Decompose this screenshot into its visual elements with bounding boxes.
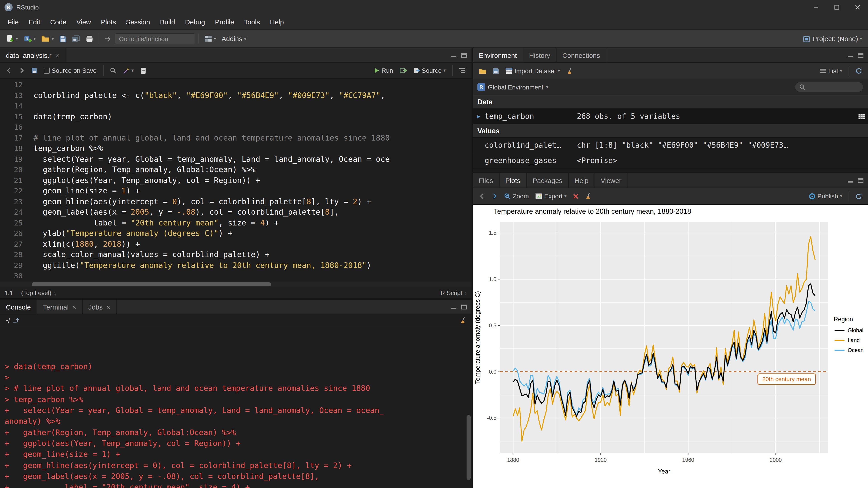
project-cube-icon [803,35,811,42]
tab-help[interactable]: Help [569,173,595,188]
list-view-button[interactable]: List ▾ [817,64,844,77]
console-scrollbar[interactable] [467,415,471,480]
zoom-magnifier-icon [504,193,511,199]
hscroll-thumb[interactable] [32,283,271,286]
refresh-plot-button[interactable] [853,190,864,202]
maximize-pane-icon[interactable] [858,178,864,183]
tab-terminal[interactable]: Terminal× [37,300,83,314]
previous-plot-button[interactable] [476,190,487,202]
publish-button[interactable]: Publish ▾ [807,190,844,202]
expand-arrow-icon[interactable]: ▶ [473,113,485,119]
maximize-pane-icon[interactable] [461,304,467,309]
source-button[interactable]: Source ▾ [411,64,448,77]
minimize-button[interactable] [806,0,827,14]
editor[interactable]: 12131415161718192021222324252627282930 c… [0,78,471,282]
magic-wand-icon [123,67,129,74]
menu-item-edit[interactable]: Edit [24,14,45,30]
find-replace-button[interactable] [107,64,119,77]
run-button[interactable]: Run [372,64,395,77]
tab-viewer[interactable]: Viewer [595,173,628,188]
refresh-button[interactable] [853,64,864,77]
compile-report-button[interactable] [138,64,149,77]
environment-search-input[interactable] [808,84,858,90]
import-dataset-button[interactable]: Import Dataset ▾ [503,64,562,77]
env-row-greenhouse-gases[interactable]: greenhouse_gases<Promise> [473,153,868,168]
tab-data-analysis-r[interactable]: data_analysis.r× [0,48,65,62]
tab-history[interactable]: History [523,48,556,62]
tab-packages[interactable]: Packages [527,173,569,188]
minimize-pane-icon[interactable] [451,304,457,309]
project-menu-button[interactable]: Project: (None) ▾ [801,32,864,45]
forward-button[interactable] [16,64,27,77]
open-folder-icon [41,35,50,42]
env-row-temp-carbon[interactable]: ▶temp_carbon268 obs. of 5 variables [473,109,868,124]
menu-item-debug[interactable]: Debug [180,14,210,30]
minimize-pane-icon[interactable] [847,178,853,183]
close-button[interactable] [847,0,868,14]
rerun-button[interactable] [397,64,409,77]
gutter-line-number: 25 [0,218,23,228]
zoom-button[interactable]: Zoom [502,190,531,202]
menu-item-session[interactable]: Session [121,14,155,30]
source-on-save-checkbox[interactable]: Source on Save [41,64,99,77]
goto-directory-icon[interactable] [13,318,19,323]
clear-plots-broom-icon[interactable] [583,190,595,202]
open-file-button[interactable]: ▾ [39,32,56,45]
remove-plot-button[interactable] [571,190,581,202]
clear-environment-broom-icon[interactable] [564,64,576,77]
print-button[interactable] [83,32,95,45]
menu-item-view[interactable]: View [71,14,96,30]
goto-file-input[interactable] [115,33,195,44]
code-tools-button[interactable]: ▾ [121,64,136,77]
minimize-pane-icon[interactable] [847,53,853,58]
goto-file-icon[interactable] [102,32,114,45]
save-file-button[interactable] [29,64,40,77]
tab-environment[interactable]: Environment [473,48,523,62]
editor-hscrollbar[interactable] [0,282,471,287]
save-button[interactable] [57,32,69,45]
environment-scope[interactable]: Global Environment [488,84,544,91]
code-line: data(temp_carbon) [33,111,471,122]
tab-plots[interactable]: Plots [499,173,527,188]
next-plot-button[interactable] [489,190,500,202]
addins-button[interactable]: Addins ▾ [219,32,249,45]
document-outline-button[interactable] [457,64,468,77]
save-workspace-button[interactable] [491,64,501,77]
close-tab-icon[interactable]: × [106,303,110,311]
load-workspace-button[interactable] [476,64,489,77]
tab-console[interactable]: Console [0,300,37,314]
tab-jobs[interactable]: Jobs× [83,300,117,314]
export-icon [535,193,542,199]
menu-item-code[interactable]: Code [45,14,71,30]
pane-layout-button[interactable]: ▾ [202,32,218,45]
save-all-button[interactable] [70,32,82,45]
environment-search[interactable] [795,82,864,92]
menu-item-plots[interactable]: Plots [96,14,121,30]
maximize-pane-icon[interactable] [461,53,467,58]
tab-connections[interactable]: Connections [557,48,607,62]
code-line [33,79,471,90]
export-button[interactable]: Export ▾ [533,190,569,202]
new-project-button[interactable]: R ▾ [21,32,38,45]
new-file-button[interactable]: ▾ [4,32,20,45]
clear-console-broom-icon[interactable] [460,317,467,324]
close-tab-icon[interactable]: × [72,303,76,311]
maximize-button[interactable] [827,0,847,14]
menu-item-tools[interactable]: Tools [239,14,265,30]
checkbox-icon[interactable] [44,68,50,73]
menu-item-build[interactable]: Build [155,14,180,30]
back-button[interactable] [4,64,14,77]
tab-files[interactable]: Files [473,173,499,188]
menu-item-file[interactable]: File [3,14,24,30]
filetype-selector[interactable]: R Script↕ [440,289,467,296]
maximize-pane-icon[interactable] [858,53,864,58]
scope-selector[interactable]: (Top Level)↕ [21,289,56,296]
close-tab-icon[interactable]: × [55,51,59,59]
view-data-table-icon[interactable] [858,113,865,120]
env-row-colorblind-palet-[interactable]: colorblind_palet…chr [1:8] "black" "#E69… [473,138,868,153]
new-project-icon: R [24,35,32,43]
minimize-pane-icon[interactable] [451,53,457,58]
console-output[interactable]: > data(temp_carbon)> > # line plot of an… [0,326,471,488]
menu-item-profile[interactable]: Profile [210,14,239,30]
menu-item-help[interactable]: Help [265,14,289,30]
